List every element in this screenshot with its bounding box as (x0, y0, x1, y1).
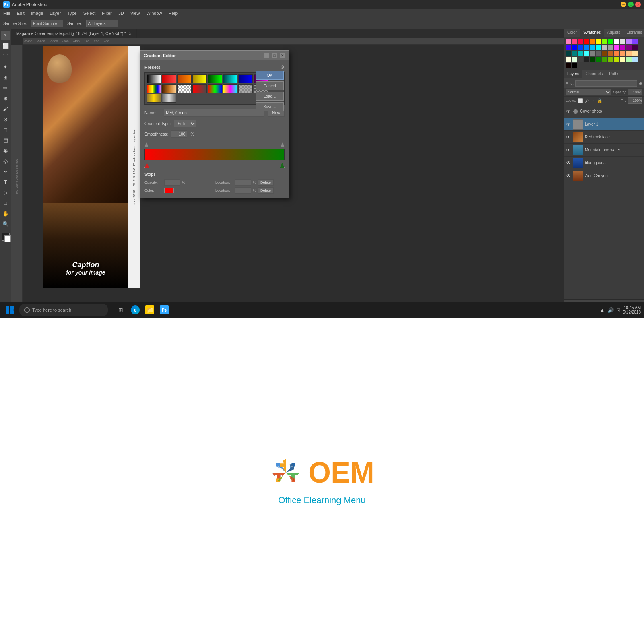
system-time[interactable]: 10:45 AM 5/12/2018 (623, 305, 641, 314)
preset-transparent[interactable] (177, 84, 192, 93)
swatch-item[interactable] (620, 45, 625, 50)
save-button[interactable]: Save... (256, 102, 284, 111)
layer-item-cover-photo[interactable]: 👁 Cover photo (564, 105, 644, 118)
start-button[interactable] (3, 303, 16, 316)
menu-view[interactable]: View (130, 11, 140, 16)
dodge-tool[interactable]: ◎ (1, 156, 10, 166)
clone-tool[interactable]: ⊙ (1, 114, 10, 124)
opacity-input[interactable] (628, 89, 642, 95)
swatch-item[interactable] (566, 57, 571, 62)
swatch-item[interactable] (566, 39, 571, 44)
preset-check1[interactable] (238, 84, 253, 93)
swatch-item[interactable] (626, 57, 632, 62)
layer-item-zion[interactable]: 👁 Zion Canyon (564, 169, 644, 182)
preset-red[interactable] (162, 74, 176, 83)
pen-tool[interactable]: ✒ (1, 167, 10, 176)
lasso-tool[interactable]: ⌒ (1, 52, 10, 61)
opacity-stop-right[interactable] (281, 142, 285, 147)
tab-swatches[interactable]: Swatches (580, 29, 604, 37)
swatch-item[interactable] (572, 39, 577, 44)
task-view-button[interactable]: ⊞ (114, 303, 127, 316)
color-swatch[interactable] (164, 188, 174, 193)
swatch-item[interactable] (572, 57, 577, 62)
preset-yellow[interactable] (192, 74, 207, 83)
menu-layer[interactable]: Layer (50, 11, 61, 16)
search-bar[interactable]: Type here to search (19, 304, 108, 316)
swatch-item[interactable] (602, 39, 607, 44)
filter-options-icon[interactable]: ⊕ (639, 81, 642, 86)
swatch-item[interactable] (590, 39, 595, 44)
move-tool[interactable]: ↖ (1, 31, 10, 40)
smoothness-input[interactable] (171, 130, 187, 138)
swatch-item[interactable] (614, 57, 619, 62)
zoom-tool[interactable]: 🔍 (1, 219, 10, 229)
color-stop-right[interactable] (280, 163, 285, 168)
dialog-window-controls[interactable]: ─ □ ✕ (264, 53, 285, 58)
blend-mode-select[interactable]: Normal (566, 89, 611, 95)
swatch-item[interactable] (590, 57, 595, 62)
location-input-1[interactable] (235, 179, 251, 186)
preset-silver[interactable] (162, 94, 176, 103)
delete-button-2[interactable]: Delete (258, 187, 274, 194)
swatch-item[interactable] (620, 39, 625, 44)
swatch-item[interactable] (566, 45, 571, 50)
preset-multi1[interactable] (208, 84, 222, 93)
menu-window[interactable]: Window (146, 11, 162, 16)
swatch-item[interactable] (584, 51, 589, 56)
lock-image-icon[interactable]: 🖌 (585, 98, 589, 103)
gradient-bar[interactable] (144, 149, 285, 160)
swatch-item[interactable] (620, 51, 625, 56)
menu-image[interactable]: Image (31, 11, 43, 16)
gradient-name-input[interactable] (164, 109, 264, 117)
layer-item-red-rock[interactable]: 👁 Red rock face (564, 131, 644, 144)
fill-input[interactable] (628, 97, 642, 104)
swatch-item[interactable] (578, 51, 583, 56)
swatch-item[interactable] (566, 51, 571, 56)
healing-tool[interactable]: ⊕ (1, 93, 10, 103)
lock-transparent-icon[interactable]: ⬜ (578, 98, 583, 103)
preset-blue[interactable] (238, 74, 253, 83)
swatch-item[interactable] (596, 45, 601, 50)
visibility-icon[interactable]: 👁 (566, 173, 571, 179)
edge-button[interactable]: e (129, 303, 142, 316)
document-tab-main[interactable]: Magazine Cover template.psd @ 16.7% (Lay… (11, 29, 137, 38)
marquee-tool[interactable]: ⬜ (1, 41, 10, 51)
lock-all-icon[interactable]: 🔒 (597, 98, 603, 103)
visibility-icon[interactable]: 👁 (566, 147, 571, 153)
eraser-tool[interactable]: ◻ (1, 125, 10, 134)
window-controls[interactable]: ─ □ ✕ (621, 2, 641, 7)
opacity-stop-left[interactable] (144, 142, 149, 147)
layer-item-mountain[interactable]: 👁 Mountain and water (564, 144, 644, 157)
tab-layers[interactable]: Layers (564, 70, 582, 78)
swatch-item[interactable] (614, 39, 619, 44)
preset-black-white[interactable] (147, 74, 161, 83)
visibility-icon[interactable]: 👁 (566, 160, 571, 166)
preset-gold[interactable] (147, 94, 161, 103)
hand-tool[interactable]: ✋ (1, 208, 10, 218)
swatch-item[interactable] (602, 57, 607, 62)
opacity-value-input[interactable] (164, 179, 180, 186)
close-button[interactable]: ✕ (635, 2, 641, 7)
dialog-title-bar[interactable]: Gradient Editor ─ □ ✕ (140, 51, 289, 60)
menu-help[interactable]: Help (169, 11, 178, 16)
dialog-minimize[interactable]: ─ (264, 53, 269, 58)
swatch-item[interactable] (596, 57, 601, 62)
preset-cyan[interactable] (223, 74, 237, 83)
explorer-button[interactable]: 📁 (143, 303, 156, 316)
swatch-item[interactable] (608, 51, 613, 56)
menu-filter[interactable]: Filter (102, 11, 111, 16)
swatch-item[interactable] (602, 45, 607, 50)
magic-wand-tool[interactable]: ✦ (1, 62, 10, 72)
foreground-color[interactable] (2, 233, 10, 241)
tab-close-icon[interactable]: ✕ (128, 31, 132, 36)
tab-paths[interactable]: Paths (606, 70, 623, 78)
swatch-item[interactable] (632, 51, 638, 56)
swatch-item[interactable] (626, 51, 632, 56)
dialog-maximize[interactable]: □ (272, 53, 277, 58)
volume-icon[interactable]: 🔊 (607, 307, 614, 313)
swatch-item[interactable] (632, 45, 638, 50)
text-tool[interactable]: T (1, 177, 10, 187)
gradient-type-select[interactable]: Solid Noise (174, 120, 196, 127)
cancel-button[interactable]: Cancel (256, 81, 284, 90)
brush-tool[interactable]: 🖌 (1, 104, 10, 114)
